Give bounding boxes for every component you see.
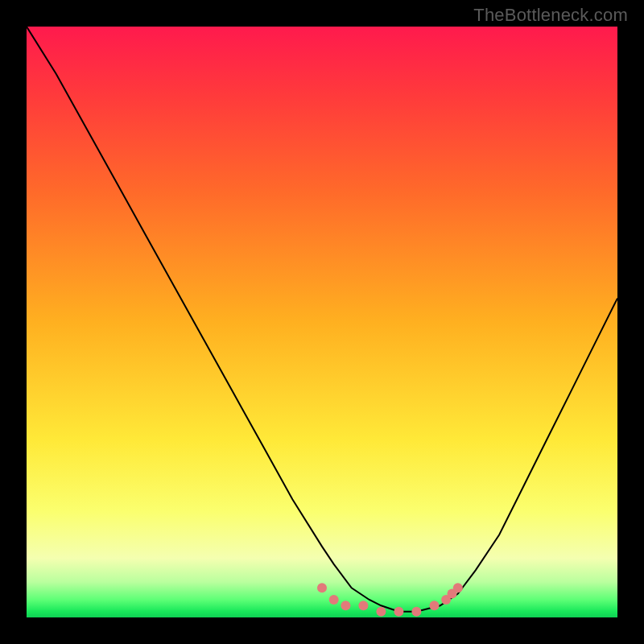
- bottleneck-curve: [27, 27, 617, 612]
- curve-svg: [27, 27, 617, 617]
- plot-area: [27, 27, 617, 617]
- marker-dot: [394, 607, 403, 617]
- watermark-text: TheBottleneck.com: [473, 5, 628, 26]
- marker-dot: [376, 607, 386, 617]
- marker-dot: [411, 607, 421, 617]
- marker-dot: [329, 595, 339, 605]
- chart-frame: TheBottleneck.com: [0, 0, 644, 644]
- marker-dots: [317, 583, 463, 616]
- marker-dot: [317, 583, 327, 592]
- marker-dot: [453, 583, 463, 592]
- marker-dot: [341, 601, 350, 610]
- marker-dot: [358, 601, 368, 610]
- marker-dot: [430, 601, 440, 610]
